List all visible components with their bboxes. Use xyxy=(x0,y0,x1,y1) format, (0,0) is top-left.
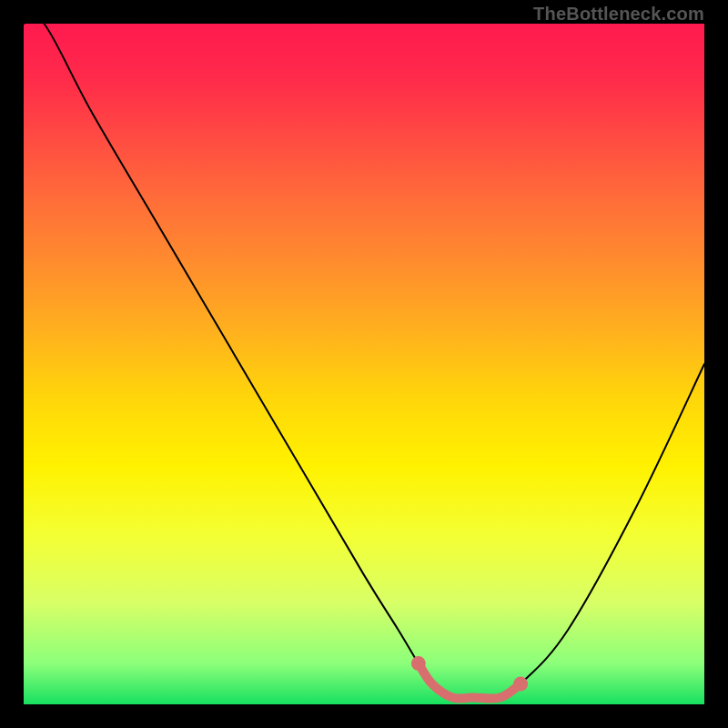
highlight-marker-end xyxy=(513,677,528,692)
chart-svg xyxy=(24,24,704,704)
attribution-text: TheBottleneck.com xyxy=(533,4,704,25)
plot-area xyxy=(24,24,704,704)
highlight-segment xyxy=(419,663,521,699)
bottleneck-curve xyxy=(24,16,704,698)
highlight-marker-start xyxy=(411,656,426,671)
